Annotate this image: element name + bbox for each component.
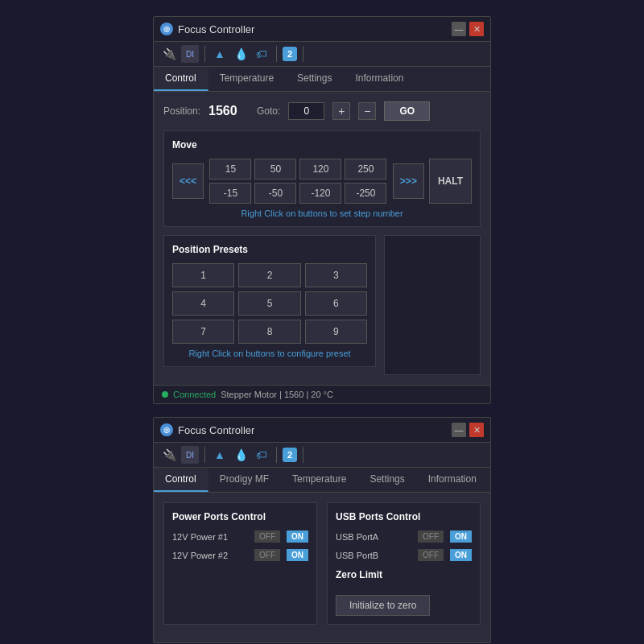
content-2: Power Ports Control 12V Power #1 OFF ON … — [154, 493, 490, 642]
preset-2[interactable]: 2 — [238, 263, 300, 287]
tab-control-2[interactable]: Control — [154, 468, 208, 492]
title-bar-controls-2: — ✕ — [452, 423, 484, 437]
presets-area: Position Presets 1 2 3 4 5 6 7 8 9 Right… — [163, 235, 481, 375]
toolbar-badge-1[interactable]: 2 — [283, 47, 297, 61]
toolbar-badge-2[interactable]: 2 — [283, 448, 297, 462]
window1: ◎ Focus Controller — ✕ 🔌 DI ▲ 💧 🏷 2 Cont… — [153, 16, 491, 404]
tag-icon-2[interactable]: 🏷 — [253, 446, 270, 464]
tab-information-2[interactable]: Information — [417, 468, 489, 492]
title-bar-controls-1: — ✕ — [452, 22, 484, 36]
power-label-1: 12V Power #1 — [172, 532, 248, 542]
preset-9[interactable]: 9 — [305, 320, 367, 344]
title-bar-left-2: ◎ Focus Controller — [160, 423, 254, 436]
presets-title: Position Presets — [172, 244, 367, 255]
drop-icon[interactable]: 💧 — [232, 45, 250, 63]
step-pos-50[interactable]: 50 — [254, 159, 296, 180]
zero-title: Zero Limit — [336, 569, 472, 580]
usbb-on-toggle[interactable]: ON — [450, 549, 472, 561]
up-icon-2[interactable]: ▲ — [211, 446, 229, 464]
display-icon[interactable]: DI — [181, 45, 199, 63]
preset-8[interactable]: 8 — [238, 320, 300, 344]
title-bar-2: ◎ Focus Controller — ✕ — [154, 418, 490, 443]
power2-off-toggle[interactable]: OFF — [254, 549, 280, 561]
tab-information-1[interactable]: Information — [344, 67, 415, 91]
move-center: 15 50 120 250 -15 -50 -120 -250 — [208, 159, 388, 204]
preset-3[interactable]: 3 — [305, 263, 367, 287]
power1-on-toggle[interactable]: ON — [287, 530, 308, 543]
minimize-button-1[interactable]: — — [452, 22, 466, 36]
move-grid: <<< 15 50 120 250 -15 -50 -120 -250 — [172, 159, 472, 204]
toolbar-divider-2 — [276, 46, 277, 62]
step-pos-15[interactable]: 15 — [209, 159, 251, 180]
negative-steps-row: -15 -50 -120 -250 — [208, 183, 388, 204]
status-connected-text: Connected — [173, 390, 216, 399]
status-info: Stepper Motor | 1560 | 20 °C — [221, 390, 333, 399]
toolbar-divider-6 — [303, 447, 303, 463]
power-usb-row: Power Ports Control 12V Power #1 OFF ON … — [163, 502, 481, 625]
step-neg-120[interactable]: -120 — [299, 183, 341, 204]
preset-4[interactable]: 4 — [172, 291, 234, 316]
tabs-1: Control Temperature Settings Information — [154, 67, 490, 92]
step-neg-250[interactable]: -250 — [345, 183, 386, 204]
step-neg-50[interactable]: -50 — [254, 183, 296, 204]
drop-icon-2[interactable]: 💧 — [232, 446, 250, 464]
plug-icon[interactable]: 🔌 — [160, 45, 178, 63]
tab-settings-1[interactable]: Settings — [286, 67, 344, 91]
close-button-1[interactable]: ✕ — [469, 22, 484, 36]
tab-prodigy-mf[interactable]: Prodigy MF — [208, 468, 281, 492]
tab-control-1[interactable]: Control — [154, 67, 208, 91]
presets-hint: Right Click on buttons to configure pres… — [172, 349, 367, 358]
tag-icon[interactable]: 🏷 — [253, 45, 270, 63]
power-item-2: 12V Power #2 OFF ON — [172, 549, 308, 561]
tab-temperature-1[interactable]: Temperature — [208, 67, 286, 91]
usb-label-a: USB PortA — [336, 532, 411, 542]
tab-settings-2[interactable]: Settings — [358, 468, 416, 492]
right-arrow-button[interactable]: >>> — [393, 163, 424, 199]
preset-1[interactable]: 1 — [172, 263, 234, 287]
minimize-button-2[interactable]: — — [452, 423, 466, 437]
power2-on-toggle[interactable]: ON — [287, 549, 308, 561]
close-button-2[interactable]: ✕ — [469, 423, 484, 437]
go-button[interactable]: GO — [384, 101, 430, 121]
preset-7[interactable]: 7 — [172, 320, 234, 344]
minus-button[interactable]: − — [358, 102, 376, 120]
app-icon-2: ◎ — [160, 423, 173, 436]
goto-input[interactable] — [288, 102, 324, 120]
power1-off-toggle[interactable]: OFF — [254, 530, 280, 543]
usba-off-toggle[interactable]: OFF — [418, 530, 444, 543]
usb-section: USB Ports Control USB PortA OFF ON USB P… — [327, 502, 481, 625]
tab-temperature-2[interactable]: Temperature — [281, 468, 358, 492]
presets-right-panel — [384, 235, 481, 375]
left-arrow-button[interactable]: <<< — [172, 163, 204, 199]
toolbar-divider-4 — [204, 447, 205, 463]
tabs-2: Control Prodigy MF Temperature Settings … — [154, 468, 490, 493]
preset-5[interactable]: 5 — [238, 291, 300, 316]
usb-title: USB Ports Control — [336, 511, 472, 522]
positive-steps-row: 15 50 120 250 — [208, 159, 388, 180]
power-section: Power Ports Control 12V Power #1 OFF ON … — [163, 502, 317, 625]
up-icon[interactable]: ▲ — [211, 45, 229, 63]
status-indicator — [162, 391, 168, 398]
preset-6[interactable]: 6 — [305, 291, 367, 316]
power-item-1: 12V Power #1 OFF ON — [172, 530, 308, 543]
zero-limit-section: Zero Limit Initialize to zero — [336, 569, 472, 616]
window-title-2: Focus Controller — [178, 424, 254, 436]
halt-button[interactable]: HALT — [429, 159, 472, 204]
display-icon-2[interactable]: DI — [181, 446, 199, 464]
usbb-off-toggle[interactable]: OFF — [418, 549, 444, 561]
usba-on-toggle[interactable]: ON — [450, 530, 472, 543]
presets-section: Position Presets 1 2 3 4 5 6 7 8 9 Right… — [163, 235, 376, 367]
initialize-zero-button[interactable]: Initialize to zero — [336, 595, 430, 616]
title-bar-left-1: ◎ Focus Controller — [160, 23, 254, 35]
plus-button[interactable]: + — [332, 102, 350, 120]
position-bar: Position: 1560 Goto: + − GO — [163, 101, 481, 121]
plug-icon-2[interactable]: 🔌 — [160, 446, 178, 464]
step-pos-120[interactable]: 120 — [299, 159, 341, 180]
presets-grid: 1 2 3 4 5 6 7 8 9 — [172, 263, 367, 344]
title-bar-1: ◎ Focus Controller — ✕ — [154, 17, 490, 42]
toolbar-divider-3 — [303, 46, 303, 62]
position-value: 1560 — [208, 104, 249, 118]
step-neg-15[interactable]: -15 — [209, 183, 251, 204]
move-title: Move — [172, 139, 472, 151]
step-pos-250[interactable]: 250 — [345, 159, 386, 180]
